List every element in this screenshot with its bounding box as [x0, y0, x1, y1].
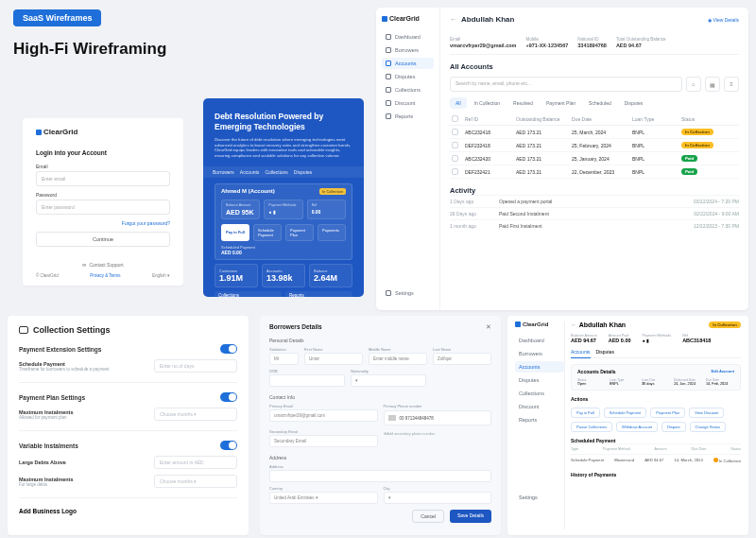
email-input[interactable]: Enter email	[36, 171, 170, 186]
profile-name: ←Abdullah Khan	[450, 15, 514, 24]
promo-nav: BorrowersAccountsCollectionsDisputes	[203, 166, 364, 178]
nav-disputes[interactable]: Disputes	[382, 71, 434, 82]
login-title: Login into your Account	[36, 149, 170, 156]
nav-discount[interactable]: Discount	[382, 97, 434, 109]
action-chip[interactable]: Withdraw Account	[616, 422, 658, 432]
footer-copy: © ClearGrid	[36, 273, 59, 278]
months-select[interactable]: Choose months ▾	[154, 408, 237, 421]
schedule-button[interactable]: Schedule Payment	[253, 224, 282, 241]
action-chip[interactable]: Pay in Full	[571, 408, 600, 418]
table-row[interactable]: ABC232418AED 173.2125, March, 2024BNPLIn…	[450, 126, 739, 139]
card-icon	[19, 326, 28, 334]
borrowers-modal: Borrowers Details ✕ Personal Details Sal…	[260, 316, 501, 535]
password-label: Password	[36, 192, 170, 198]
continue-button[interactable]: Continue	[36, 232, 170, 247]
activity-row: 1 Days agoOpened a payment portal03/22/2…	[450, 195, 739, 207]
table-row[interactable]: DEF232418AED 173.2125, February, 2024BNP…	[450, 139, 739, 152]
nav-borrowers[interactable]: Borrowers	[382, 44, 434, 56]
action-chip[interactable]: Payment Plan	[650, 408, 685, 418]
plan-button[interactable]: Payment Plan	[285, 224, 314, 241]
action-chip[interactable]: Pause Collections	[571, 422, 612, 432]
calendar-icon[interactable]: ▦	[705, 77, 720, 92]
tab-scheduled[interactable]: Scheduled	[583, 97, 617, 109]
cs-title: Collection Settings	[19, 325, 237, 335]
activity-title: Activity	[450, 186, 739, 195]
view-details-link[interactable]: ◉ View Details	[708, 17, 739, 23]
edit-link[interactable]: Edit Account	[711, 369, 734, 374]
checkbox-all[interactable]	[452, 115, 458, 122]
profile-panel: ClearGrid Dashboard Borrowers Accounts D…	[507, 316, 748, 535]
promo-body: Discover the future of debt resolution w…	[215, 137, 352, 158]
promo-title: Debt Resolution Powered by Emerging Tech…	[215, 112, 352, 131]
search-input[interactable]: Search by name, email, phone etc...	[450, 77, 682, 92]
nav-dashboard[interactable]: Dashboard	[382, 31, 434, 43]
months2-select[interactable]: Choose months ▾	[154, 475, 237, 488]
nav-collections[interactable]: Collections	[382, 84, 434, 95]
cancel-button[interactable]: Cancel	[412, 510, 444, 523]
action-chip[interactable]: View Discount	[689, 408, 724, 418]
nav-accounts[interactable]: Accounts	[382, 58, 434, 69]
tab-disputes[interactable]: Disputes	[596, 349, 614, 355]
toggle-var[interactable]	[220, 441, 237, 450]
pay-full-button[interactable]: Pay in Full	[221, 224, 249, 241]
nav-settings[interactable]: Settings	[382, 287, 435, 299]
action-chip[interactable]: Schedule Payment	[604, 408, 647, 418]
app-panel: ClearGrid Dashboard Borrowers Accounts D…	[376, 8, 748, 310]
promo-card: Debt Resolution Powered by Emerging Tech…	[203, 98, 364, 297]
tab-resolved[interactable]: Resolved	[507, 97, 539, 109]
action-chip[interactable]: Change Status	[690, 422, 726, 432]
tab-plan[interactable]: Payment Plan	[541, 97, 581, 109]
add-logo: Add Business Logo	[19, 508, 237, 514]
amount-input[interactable]: Enter amount in AED	[154, 456, 237, 469]
lang-select[interactable]: English ▾	[152, 273, 170, 278]
toggle-ext[interactable]	[220, 344, 237, 354]
save-button[interactable]: Save Details	[450, 510, 491, 523]
page-headline: High-Fi Wireframing	[13, 40, 174, 59]
privacy-link[interactable]: Privacy & Terms	[90, 273, 120, 278]
activity-row: 26 Days agoPaid Second Instalment02/22/2…	[450, 207, 739, 219]
forgot-link[interactable]: Forgot your password?	[36, 220, 170, 226]
days-input[interactable]: Enter no of days	[154, 359, 237, 373]
login-card: ClearGrid Login into your Account Email …	[23, 118, 183, 286]
search-icon[interactable]: ⌕	[686, 77, 701, 92]
contact-support[interactable]: Contact Support	[89, 262, 123, 268]
tab-accounts[interactable]: Accounts	[571, 349, 591, 358]
filter-icon[interactable]: ≡	[724, 77, 739, 92]
table-row[interactable]: ABC232420AED 173.2125, January, 2024BNPL…	[450, 152, 739, 165]
email-label: Email	[36, 164, 170, 169]
tab-disputes[interactable]: Disputes	[619, 97, 648, 109]
modal-title: Borrowers Details	[269, 323, 491, 330]
pill-badge: SaaS Wireframes	[13, 9, 101, 26]
table-row[interactable]: DEF232421AED 173.2122, December, 2023BNP…	[450, 165, 739, 179]
promo-account-card: Ahmed M (Account)In Collection Balance A…	[215, 183, 352, 260]
nav-reports[interactable]: Reports	[382, 111, 434, 122]
close-icon[interactable]: ✕	[486, 323, 491, 331]
accounts-title: All Accounts	[450, 62, 739, 71]
account-tabs: All In Collection Resolved Payment Plan …	[450, 97, 739, 109]
action-chip[interactable]: Dispute	[662, 422, 686, 432]
toggle-plan[interactable]	[220, 392, 237, 402]
collection-settings: Collection Settings Payment Extension Se…	[8, 316, 249, 535]
activity-row: 1 month agoPaid First Instalment12/22/20…	[450, 219, 739, 232]
tab-all[interactable]: All	[450, 97, 467, 109]
password-input[interactable]: Enter password	[36, 200, 170, 215]
brand-logo: ClearGrid	[36, 128, 170, 136]
tab-collection[interactable]: In Collection	[469, 97, 507, 109]
